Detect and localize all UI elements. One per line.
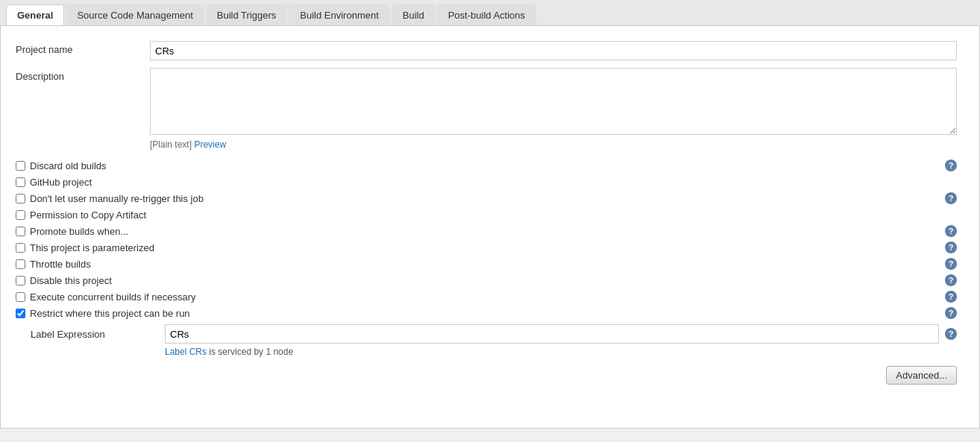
checkbox-row-concurrent: Execute concurrent builds if necessary ? [16,288,957,305]
general-tab-content: Project name Description [Plain text] Pr… [0,26,980,429]
help-icon-throttle[interactable]: ? [945,258,957,270]
tab-post-build-actions[interactable]: Post-build Actions [437,4,536,25]
checkboxes-section: Discard old builds ? GitHub project Don'… [16,157,957,321]
label-expression-row: Label Expression ? [16,324,957,344]
label-no-trigger: Don't let user manually re-trigger this … [30,193,204,204]
checkbox-no-trigger[interactable] [16,194,25,203]
label-disable-project: Disable this project [30,275,112,286]
label-throttle-builds: Throttle builds [30,259,91,270]
help-icon-disable[interactable]: ? [945,274,957,286]
help-icon-discard[interactable]: ? [945,160,957,171]
help-icon-restrict[interactable]: ? [945,307,957,319]
project-name-field [150,41,957,60]
label-expression-field [165,324,939,344]
help-icon-label-expression[interactable]: ? [945,328,957,340]
checkbox-restrict-where[interactable] [16,309,25,318]
serviced-note: Label CRs is serviced by 1 node [165,347,957,357]
label-copy-artifact: Permission to Copy Artifact [30,209,146,221]
checkbox-row-copy-artifact: Permission to Copy Artifact [16,206,957,223]
tab-build-environment[interactable]: Build Environment [289,4,390,25]
checkbox-parameterized[interactable] [16,243,25,253]
preview-link[interactable]: Preview [194,139,226,150]
tab-build[interactable]: Build [392,4,436,25]
label-discard-old-builds: Discard old builds [30,160,107,171]
label-crs-link[interactable]: Label CRs [165,347,207,357]
tab-source-code-management[interactable]: Source Code Management [66,4,204,25]
help-icon-promote[interactable]: ? [945,225,957,237]
checkbox-row-promote: Promote builds when... ? [16,223,957,239]
serviced-note-suffix: is serviced by 1 node [207,347,293,357]
tab-build-triggers[interactable]: Build Triggers [206,4,287,25]
plain-text-hint: [Plain text] Preview [150,139,957,150]
checkbox-row-throttle: Throttle builds ? [16,256,957,272]
checkbox-row-disable: Disable this project ? [16,272,957,288]
tabs-bar: General Source Code Management Build Tri… [0,0,980,26]
checkbox-row-github: GitHub project [16,174,957,190]
page-container: General Source Code Management Build Tri… [0,0,980,442]
advanced-row: Advanced... [16,366,957,385]
label-restrict-where: Restrict where this project can be run [30,308,190,319]
project-name-label: Project name [16,41,150,55]
checkbox-row-discard: Discard old builds ? [16,157,957,174]
checkbox-throttle-builds[interactable] [16,259,25,269]
checkbox-row-parameterized: This project is parameterized ? [16,239,957,256]
help-icon-parameterized[interactable]: ? [945,241,957,253]
checkbox-row-no-trigger: Don't let user manually re-trigger this … [16,190,957,206]
checkbox-copy-artifact[interactable] [16,210,25,220]
label-promote-builds: Promote builds when... [30,226,128,237]
plain-text-label: [Plain text] [150,139,192,150]
checkbox-discard-old-builds[interactable] [16,161,25,171]
description-row: Description [Plain text] Preview [16,68,957,150]
label-concurrent-builds: Execute concurrent builds if necessary [30,291,196,303]
description-label: Description [16,68,150,82]
project-name-row: Project name [16,41,957,60]
help-icon-concurrent[interactable]: ? [945,291,957,303]
label-expression-input[interactable] [165,324,939,344]
label-expression-label: Label Expression [16,329,165,340]
checkbox-promote-builds[interactable] [16,227,25,236]
tab-general[interactable]: General [6,4,64,25]
checkbox-github-project[interactable] [16,177,25,187]
checkbox-disable-project[interactable] [16,276,25,285]
checkbox-row-restrict: Restrict where this project can be run ? [16,305,957,321]
description-field: [Plain text] Preview [150,68,957,150]
project-name-input[interactable] [150,41,957,60]
advanced-button[interactable]: Advanced... [886,366,957,385]
description-textarea[interactable] [150,68,957,135]
checkbox-concurrent-builds[interactable] [16,292,25,302]
label-github-project: GitHub project [30,177,92,188]
help-icon-no-trigger[interactable]: ? [945,192,957,204]
label-parameterized: This project is parameterized [30,242,154,253]
